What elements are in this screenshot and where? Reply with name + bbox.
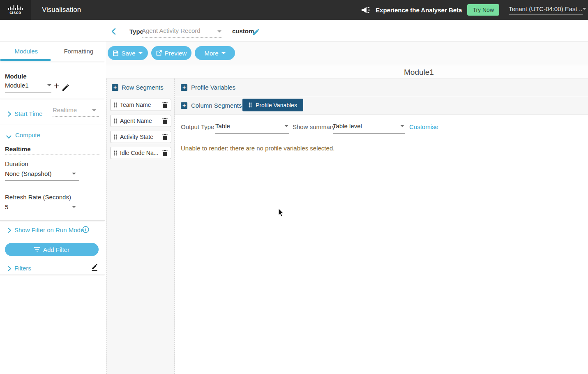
tab-modules[interactable]: Modules — [0, 42, 53, 61]
type-label: Type — [129, 28, 143, 35]
caret-down-icon — [138, 52, 143, 54]
refresh-rate-label: Refresh Rate (Seconds) — [5, 194, 71, 201]
row-segment-label: Idle Code Na... — [120, 150, 159, 156]
try-now-button[interactable]: Try Now — [467, 4, 499, 16]
add-column-segment-icon[interactable] — [181, 102, 187, 109]
trash-icon[interactable] — [162, 134, 168, 140]
page-title: Visualisation — [42, 6, 81, 14]
drag-handle-icon[interactable] — [114, 134, 117, 140]
row-segment-label: Activity State — [120, 134, 159, 140]
row-segment-item[interactable]: Team Name — [110, 99, 171, 111]
save-button[interactable]: Save — [108, 46, 148, 60]
add-filter-label: Add Filter — [43, 246, 69, 253]
toolbar: Save Preview More — [106, 42, 588, 65]
row-segment-item[interactable]: Idle Code Na... — [110, 147, 171, 159]
more-button-label: More — [204, 50, 218, 57]
header-right-group: Experience the Analyser Beta Try Now Ten… — [361, 4, 588, 16]
row-segment-item[interactable]: Activity State — [110, 131, 171, 143]
show-summary-label: Show summary — [293, 123, 335, 130]
caret-down-icon — [72, 206, 76, 208]
profile-variables-title: Profile Variables — [191, 84, 235, 91]
start-time-section-toggle[interactable]: Start Time — [14, 110, 42, 117]
divider — [0, 220, 105, 221]
row-segments-panel: Row Segments Team Name Agent Name — [106, 78, 175, 374]
preview-button[interactable]: Preview — [151, 46, 191, 60]
sidebar-tabs: Modules Formatting — [0, 42, 105, 61]
render-error-message: Unable to render: there are no profile v… — [181, 145, 334, 152]
cisco-logo-icon — [8, 5, 23, 10]
output-type-label: Output Type — [181, 123, 214, 130]
output-type-dropdown[interactable]: Table — [215, 122, 289, 134]
caret-down-icon — [217, 30, 221, 32]
add-profile-variable-icon[interactable] — [181, 84, 187, 91]
edit-filters-pencil-icon[interactable] — [90, 263, 98, 273]
trash-icon[interactable] — [162, 118, 168, 124]
save-button-label: Save — [121, 50, 135, 57]
tenant-selector[interactable]: Tenant (UTC-04:00) East .. — [509, 5, 583, 15]
profile-variables-chip[interactable]: Profile Variables — [242, 99, 303, 111]
more-button[interactable]: More — [195, 46, 235, 60]
tenant-selector-value: Tenant (UTC-04:00) East .. — [509, 5, 582, 12]
module-config-area: Profile Variables Column Segments Profil… — [175, 78, 588, 374]
refresh-rate-dropdown[interactable]: 5 — [5, 203, 79, 214]
tab-modules-label: Modules — [14, 48, 38, 55]
tab-formatting-label: Formatting — [64, 48, 93, 55]
filters-section-toggle[interactable]: Filters — [14, 265, 31, 272]
tab-formatting[interactable]: Formatting — [53, 42, 105, 61]
start-time-value: Realtime — [53, 106, 77, 113]
add-module-button[interactable]: + — [54, 81, 59, 91]
output-type-value: Table — [215, 122, 230, 129]
drag-handle-icon[interactable] — [114, 102, 117, 108]
compute-mode-value: Realtime — [5, 145, 31, 152]
trash-icon[interactable] — [162, 102, 168, 108]
compute-section-toggle[interactable]: Compute — [15, 132, 40, 139]
drag-handle-icon[interactable] — [114, 150, 117, 156]
beta-banner-text: Experience the Analyser Beta — [376, 7, 462, 14]
floppy-disk-icon — [113, 51, 118, 56]
caret-down-icon — [72, 173, 76, 175]
module-title-bar: Module1 — [106, 65, 588, 78]
module-dropdown[interactable]: Module1 — [5, 82, 51, 92]
chevron-down-icon[interactable] — [6, 133, 12, 141]
row-segments-header: Row Segments — [112, 84, 174, 91]
drag-handle-icon[interactable] — [249, 102, 252, 108]
preview-button-label: Preview — [165, 50, 187, 57]
trash-icon[interactable] — [162, 150, 168, 156]
edit-module-pencil-icon[interactable] — [62, 84, 69, 92]
show-filter-run-mode-toggle[interactable]: Show Filter on Run Mode — [14, 226, 84, 233]
row-segment-item[interactable]: Agent Name — [110, 115, 171, 127]
caret-down-icon — [47, 84, 51, 86]
funnel-icon — [34, 247, 40, 252]
start-time-dropdown[interactable]: Realtime — [53, 106, 99, 117]
show-summary-dropdown[interactable]: Table level — [333, 122, 405, 134]
breadcrumb-bar: Type Agent Activity Record custom — [0, 20, 588, 42]
divider — [5, 154, 100, 155]
main-canvas: Save Preview More Module1 Row Segm — [106, 42, 588, 374]
cisco-logo-text: cisco — [9, 11, 21, 15]
refresh-rate-value: 5 — [5, 203, 8, 210]
caret-down-icon — [221, 52, 226, 54]
divider — [0, 124, 105, 124]
record-type-value: Agent Activity Record — [142, 27, 201, 34]
row-segment-label: Agent Name — [120, 118, 159, 124]
record-type-dropdown[interactable]: Agent Activity Record — [142, 27, 223, 38]
column-segments-title: Column Segments — [191, 102, 242, 109]
chevron-right-icon[interactable] — [8, 265, 12, 273]
customise-link[interactable]: Customise — [409, 123, 438, 130]
duration-dropdown[interactable]: None (Snapshot) — [5, 170, 79, 181]
drag-handle-icon[interactable] — [114, 118, 117, 124]
add-row-segment-icon[interactable] — [112, 84, 118, 91]
add-filter-button[interactable]: Add Filter — [5, 243, 99, 256]
divider — [0, 275, 105, 275]
module-section-label: Module — [5, 73, 27, 80]
duration-value: None (Snapshot) — [5, 170, 51, 177]
info-icon[interactable] — [82, 226, 89, 235]
divider — [0, 99, 105, 99]
rename-pencil-icon[interactable] — [253, 28, 260, 37]
chevron-down-icon — [582, 8, 586, 10]
app-root: cisco Visualisation Experience the Analy… — [0, 0, 588, 374]
back-button[interactable] — [111, 28, 116, 37]
chevron-right-icon[interactable] — [8, 111, 12, 118]
sidebar: Modules Formatting Module Module1 + Star… — [0, 42, 105, 374]
chevron-right-icon[interactable] — [8, 227, 12, 235]
